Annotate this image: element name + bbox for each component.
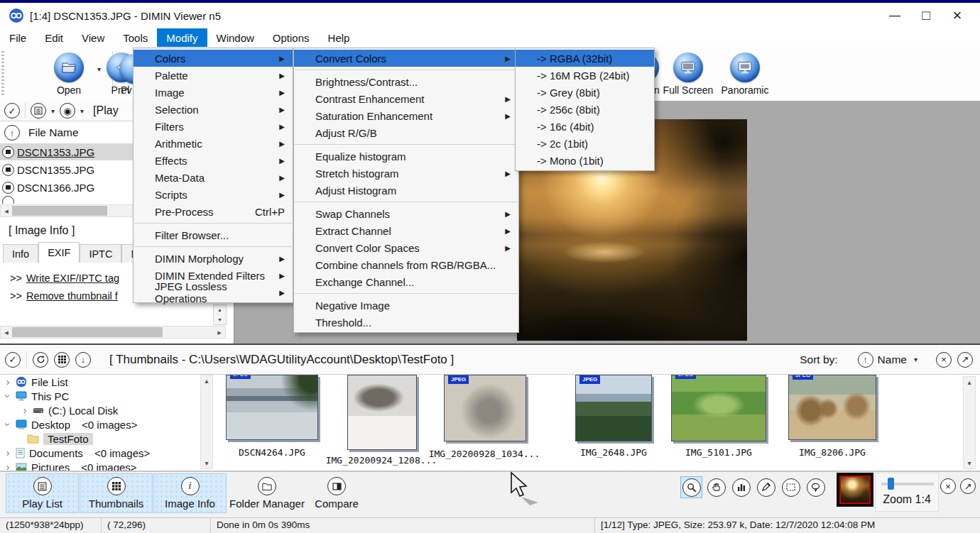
tab-exif[interactable]: EXIF: [38, 242, 80, 263]
check-circle-icon[interactable]: ✓: [5, 352, 21, 368]
expand-panel-icon[interactable]: ↗: [960, 478, 976, 494]
menu-item-exchange-channel[interactable]: Exchange Channel...: [294, 273, 518, 290]
menu-item-adjust-histogram[interactable]: Adjust Histogram: [294, 182, 518, 199]
check-circle-icon[interactable]: ✓: [4, 103, 20, 119]
sort-value[interactable]: Name: [878, 353, 907, 366]
expanded-chevron-icon[interactable]: ›: [2, 421, 13, 428]
thumbnail-img-2648[interactable]: JPEG IMG_2648.JPG: [575, 375, 652, 441]
spinner-down-icon[interactable]: ▾: [214, 315, 226, 325]
image-info-button[interactable]: i Image Info: [153, 473, 227, 513]
tree-item-file-list[interactable]: › File List: [0, 375, 213, 389]
tree-item-desktop[interactable]: › Desktop <0 images>: [0, 417, 213, 432]
sort-direction-icon[interactable]: ↑: [858, 352, 873, 368]
menu-item-negative-image[interactable]: Negative Image: [294, 297, 518, 314]
scroll-left-icon[interactable]: ◂: [1, 205, 12, 216]
refresh-icon[interactable]: [33, 352, 48, 368]
zoom-slider-handle[interactable]: [888, 478, 894, 490]
menu-item-combine-channels[interactable]: Combine channels from RGB/RGBA...: [294, 256, 518, 273]
target-circle-icon[interactable]: ◉: [60, 103, 75, 119]
menu-item-rgba-32bit[interactable]: -> RGBA (32bit): [516, 50, 654, 67]
collapsed-chevron-icon[interactable]: ›: [4, 376, 11, 388]
menu-item-2c-1bit[interactable]: -> 2c (1bit): [516, 135, 654, 152]
expanded-chevron-icon[interactable]: ›: [2, 392, 13, 400]
menu-item-palette[interactable]: Palette▶: [134, 67, 293, 84]
menu-item-colors[interactable]: Colors▶: [134, 50, 293, 67]
tab-info[interactable]: Info: [3, 244, 38, 263]
scroll-down-icon[interactable]: ▾: [967, 458, 971, 468]
spinner-up-icon[interactable]: ▴: [214, 305, 226, 315]
menu-item-extract-channel[interactable]: Extract Channel▶: [294, 222, 518, 239]
scroll-right-icon[interactable]: ▸: [214, 326, 225, 338]
menu-item-filter-browser[interactable]: Filter Browser...: [134, 226, 293, 243]
menu-edit[interactable]: Edit: [36, 28, 72, 47]
menu-item-contrast-enhancement[interactable]: Contrast Enhancement▶: [294, 90, 518, 107]
minimize-button[interactable]: —: [879, 5, 910, 26]
remove-thumbnail-link[interactable]: >> Remove thumbnail f: [10, 290, 118, 302]
collapsed-chevron-icon[interactable]: ›: [21, 405, 28, 416]
menu-item-equalize-histogram[interactable]: Equalize histogram: [294, 148, 518, 165]
write-exif-link[interactable]: >> Write EXIF/IPTC tag: [10, 273, 119, 284]
panoramic-button[interactable]: Panoramic: [717, 53, 773, 96]
menu-tools[interactable]: Tools: [114, 28, 157, 47]
sort-dropdown-caret[interactable]: ▾: [914, 356, 918, 363]
scroll-up-icon[interactable]: ▴: [967, 377, 971, 388]
menu-item-stretch-histogram[interactable]: Stretch histogram▶: [294, 165, 518, 182]
menu-item-convert-colors[interactable]: Convert Colors▶: [294, 50, 518, 67]
close-panel-icon[interactable]: ×: [940, 478, 956, 494]
thumbnail-img-8206[interactable]: JPEG IMG_8206.JPG: [788, 375, 876, 440]
menu-item-scripts[interactable]: Scripts▶: [134, 186, 293, 203]
scroll-down-icon[interactable]: ▾: [205, 458, 208, 468]
scroll-left-icon[interactable]: ◂: [1, 326, 12, 338]
menu-item-256c-8bit[interactable]: -> 256c (8bit): [516, 101, 654, 118]
select-tool-button[interactable]: [780, 476, 802, 498]
tree-item-c-drive[interactable]: › (C:) Local Disk: [0, 403, 213, 417]
tree-vscrollbar[interactable]: ▴ ▾: [200, 375, 213, 469]
folder-manager-button[interactable]: Folder Manager: [229, 473, 305, 513]
close-button[interactable]: ×: [942, 5, 973, 26]
play-list-button[interactable]: Play List: [6, 473, 79, 513]
grid-circle-icon[interactable]: [54, 352, 70, 368]
menu-item-adjust-rgb[interactable]: Adjust R/G/B: [294, 124, 518, 141]
tag-tool-button[interactable]: [805, 476, 827, 498]
menu-item-saturation-enhancement[interactable]: Saturation Enhancement▶: [294, 107, 518, 124]
menu-item-pre-process[interactable]: Pre-ProcessCtrl+P: [134, 203, 293, 220]
collapsed-chevron-icon[interactable]: ›: [4, 461, 11, 471]
picker-tool-button[interactable]: [755, 476, 777, 498]
thumbnail-img-5101[interactable]: JPEG IMG_5101.JPG: [671, 375, 766, 441]
tree-item-this-pc[interactable]: › This PC: [0, 389, 213, 403]
menu-item-grey-8bit[interactable]: -> Grey (8bit): [516, 84, 654, 101]
thumbnails-button[interactable]: Thumbnails: [80, 473, 153, 513]
menu-item-selection[interactable]: Selection▶: [134, 101, 293, 118]
full-screen-button[interactable]: Full Screen: [660, 53, 716, 96]
image-info-spinner[interactable]: ▴ ▾: [213, 304, 227, 325]
menu-help[interactable]: Help: [319, 28, 359, 47]
maximize-button[interactable]: □: [910, 5, 942, 26]
thumbnails-vscrollbar[interactable]: ▴ ▾: [963, 376, 976, 469]
list-dropdown-caret[interactable]: ▾: [51, 107, 55, 115]
menu-item-filters[interactable]: Filters▶: [134, 118, 293, 135]
menu-item-16c-4bit[interactable]: -> 16c (4bit): [516, 118, 654, 135]
menu-item-convert-color-spaces[interactable]: Convert Color Spaces▶: [294, 239, 518, 256]
menu-item-image[interactable]: Image▶: [134, 84, 293, 101]
thumbnail-dscn4264[interactable]: JPEG DSCN4264.JPG: [226, 375, 318, 440]
menu-item-dimin-morphology[interactable]: DIMIN Morphology▶: [134, 250, 293, 267]
download-circle-icon[interactable]: ↓: [75, 352, 91, 368]
scroll-thumb[interactable]: [12, 206, 107, 216]
prev-button[interactable]: Prev: [67, 53, 123, 96]
menu-item-effects[interactable]: Effects▶: [134, 152, 293, 169]
tab-iptc[interactable]: IPTC: [80, 244, 121, 263]
tree-item-pictures[interactable]: › Pictures <0 images>: [0, 460, 213, 471]
target-dropdown-caret[interactable]: ▾: [80, 107, 84, 115]
menu-item-meta-data[interactable]: Meta-Data▶: [134, 169, 293, 186]
histogram-tool-button[interactable]: [730, 476, 752, 498]
tree-item-testfoto[interactable]: TestFoto: [0, 432, 213, 446]
zoom-tool-button[interactable]: [680, 476, 702, 498]
menu-file[interactable]: File: [0, 28, 36, 47]
thumbnail-img-20200928[interactable]: JPEG IMG_20200928_1034...: [444, 375, 526, 441]
compare-button[interactable]: Compare: [307, 473, 366, 513]
menu-item-threshold[interactable]: Threshold...: [294, 314, 518, 331]
menu-window[interactable]: Window: [207, 28, 263, 47]
scroll-up-icon[interactable]: ▴: [205, 375, 208, 386]
pan-tool-button[interactable]: [705, 476, 727, 498]
scroll-thumb[interactable]: [12, 327, 163, 337]
